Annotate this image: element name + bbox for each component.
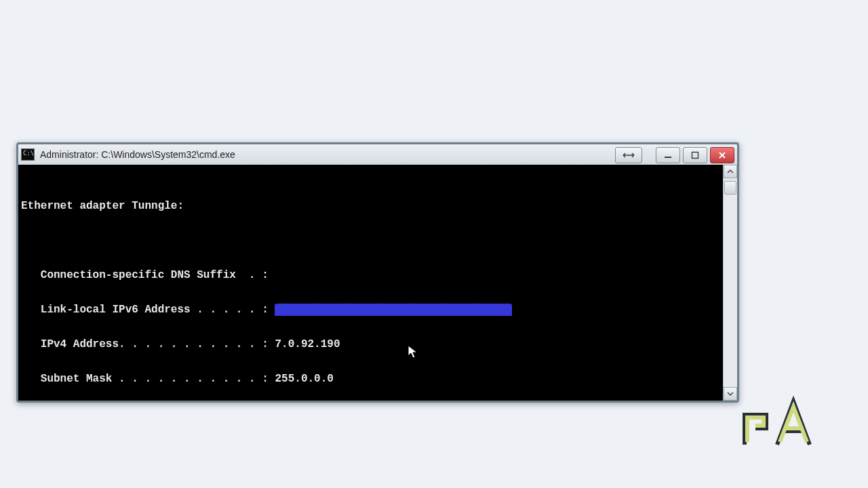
maximize-icon — [691, 151, 699, 159]
value-ipv4: 7.0.92.190 — [275, 339, 340, 350]
field-ipv4: IPv4 Address. . . . . . . . . . . : 7.0.… — [21, 339, 723, 350]
cmd-window: C:\ Administrator: C:\Windows\System32\c… — [16, 142, 739, 403]
blank-line — [21, 235, 723, 247]
svg-rect-1 — [692, 152, 698, 159]
close-icon — [718, 151, 726, 159]
arrow-icon — [622, 152, 635, 159]
close-button[interactable] — [710, 147, 734, 163]
scroll-down-button[interactable] — [724, 387, 737, 401]
chevron-down-icon — [727, 391, 734, 396]
minimize-button[interactable] — [656, 147, 680, 163]
section-header: Ethernet adapter Tunngle: — [21, 201, 723, 212]
vertical-scrollbar[interactable] — [723, 165, 737, 401]
chevron-up-icon — [727, 169, 734, 174]
window-extra-button[interactable] — [615, 147, 642, 163]
window-titlebar[interactable]: C:\ Administrator: C:\Windows\System32\c… — [18, 144, 737, 165]
value-subnet: 255.0.0.0 — [275, 373, 333, 385]
svg-rect-0 — [665, 157, 671, 158]
field-dns-suffix: Connection-specific DNS Suffix . : — [21, 270, 723, 281]
cmd-icon-text: C:\ — [23, 150, 34, 157]
minimize-icon — [664, 151, 672, 159]
maximize-button[interactable] — [683, 147, 707, 163]
field-link-local-ipv6: Link-local IPv6 Address . . . . . : ████… — [21, 304, 723, 316]
field-subnet: Subnet Mask . . . . . . . . . . . : 255.… — [21, 373, 723, 385]
window-title: Administrator: C:\Windows\System32\cmd.e… — [40, 149, 608, 160]
scroll-track[interactable] — [724, 178, 737, 387]
titlebar-buttons — [612, 147, 734, 162]
scroll-thumb[interactable] — [724, 181, 736, 195]
window-client-area: Ethernet adapter Tunngle: Connection-spe… — [18, 165, 737, 401]
redacted-value: ████████████████████████████████████ — [275, 304, 512, 316]
console-output[interactable]: Ethernet adapter Tunngle: Connection-spe… — [18, 165, 723, 401]
watermark-logo — [739, 394, 827, 449]
scroll-up-button[interactable] — [724, 165, 737, 178]
cmd-icon: C:\ — [21, 148, 35, 161]
